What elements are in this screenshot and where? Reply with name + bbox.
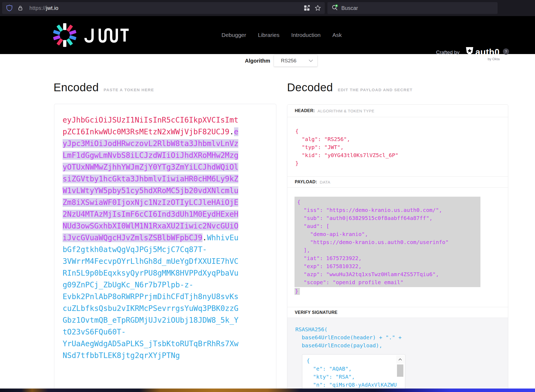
header-section-row: HEADER: ALGORITHM & TOKEN TYPE — [287, 105, 508, 117]
token-payload-segment: eyJpc3MiOiJodHRwczovL2RlbW8ta3JhbmlvLnVz… — [63, 127, 238, 242]
algorithm-label: Algorithm — [235, 58, 270, 64]
search-input[interactable]: Buscar — [327, 2, 498, 14]
search-add-engine-icon — [332, 4, 338, 12]
chevron-down-icon — [309, 59, 313, 62]
bookmark-star-icon[interactable] — [315, 5, 321, 11]
algorithm-value: RS256 — [281, 58, 296, 64]
decoded-panel: HEADER: ALGORITHM & TOKEN TYPE { "alg": … — [287, 104, 508, 391]
nav-introduction[interactable]: Introduction — [291, 32, 321, 38]
decoded-payload-json[interactable]: { "iss": "https://demo-kranio.us.auth0.c… — [295, 197, 480, 295]
token-dot: . — [230, 127, 234, 136]
token-dot: . — [202, 233, 207, 242]
url-text[interactable]: https://jwt.io — [29, 5, 58, 11]
url-bar[interactable]: https://jwt.io — [2, 2, 325, 14]
verify-signature-row: VERIFY SIGNATURE — [287, 307, 508, 318]
algorithm-select[interactable]: RS256 — [274, 55, 318, 67]
header-section-sublabel: ALGORITHM & TOKEN TYPE — [318, 109, 374, 113]
browser-toolbar: https://jwt.io Buscar — [0, 0, 535, 16]
decoded-subtitle: EDIT THE PAYLOAD AND SECRET — [338, 87, 413, 92]
token-signature-segment: WhhivEubGf2gtkh0atwQgVqJPGj5McjC7Cq87T-3… — [63, 233, 238, 360]
url-domain: jwt.io — [46, 5, 59, 11]
jwt-logo-icon[interactable] — [52, 22, 77, 49]
site-header: Debugger Libraries Introduction Ask Craf… — [0, 16, 535, 54]
key-scrollbar[interactable] — [396, 355, 404, 391]
verify-signature-area: RSASHA256( base64UrlEncode(header) + "."… — [287, 318, 508, 390]
bottom-color-band — [0, 389, 535, 392]
verify-signature-label: VERIFY SIGNATURE — [295, 310, 338, 315]
payload-selection-highlight: { "iss": "https://demo-kranio.us.auth0.c… — [295, 197, 480, 287]
screenshot-icon[interactable] — [304, 5, 310, 11]
search-placeholder: Buscar — [341, 5, 358, 11]
jwt-wordmark[interactable] — [83, 28, 131, 44]
decoded-header-json[interactable]: { "alg": "RS256", "typ": "JWT", "kid": "… — [295, 127, 398, 167]
nav-libraries[interactable]: Libraries — [258, 32, 280, 38]
header-section-label: HEADER: — [295, 108, 315, 113]
encoded-token-panel[interactable]: eyJhbGciOiJSUzI1NiIsInR5cCI6IkpXVCIsImtp… — [54, 104, 276, 391]
nav-debugger[interactable]: Debugger — [221, 32, 246, 38]
token-header-segment: eyJhbGciOiJSUzI1NiIsInR5cCI6IkpXVCIsImtp… — [63, 116, 238, 136]
public-key-input[interactable]: { "e": "AQAB", "kty": "RSA", "n": "qiMsr… — [302, 354, 405, 391]
decoded-title: Decoded — [287, 81, 333, 94]
main-nav: Debugger Libraries Introduction Ask — [221, 16, 342, 54]
help-icon[interactable]: ? — [503, 48, 509, 55]
payload-section-row: PAYLOAD: DATA — [287, 176, 508, 188]
by-okta-label: by Okta — [488, 57, 500, 61]
payload-section-label: PAYLOAD: — [295, 180, 317, 184]
encoded-title: Encoded — [54, 81, 99, 94]
scrollbar-thumb[interactable] — [397, 364, 403, 377]
auth0-logo-icon[interactable] — [465, 47, 474, 58]
nav-ask[interactable]: Ask — [333, 32, 342, 38]
encoded-subtitle: PASTE A TOKEN HERE — [104, 87, 154, 92]
tracking-protection-shield-icon[interactable] — [6, 5, 12, 11]
url-scheme: https:// — [29, 5, 46, 11]
payload-closing-brace: } — [295, 288, 300, 295]
scroll-up-button[interactable] — [396, 355, 404, 363]
encoded-token-text[interactable]: eyJhbGciOiJSUzI1NiIsInR5cCI6IkpXVCIsImtp… — [63, 114, 241, 361]
public-key-json: { "e": "AQAB", "kty": "RSA", "n": "qiMsr… — [307, 357, 397, 389]
crafted-by-label: Crafted by — [436, 50, 460, 55]
lock-icon[interactable] — [18, 5, 23, 11]
auth0-wordmark[interactable]: auth0 — [475, 47, 500, 57]
signature-formula-code: RSASHA256( base64UrlEncode(header) + "."… — [295, 325, 402, 349]
payload-section-sublabel: DATA — [320, 180, 330, 184]
